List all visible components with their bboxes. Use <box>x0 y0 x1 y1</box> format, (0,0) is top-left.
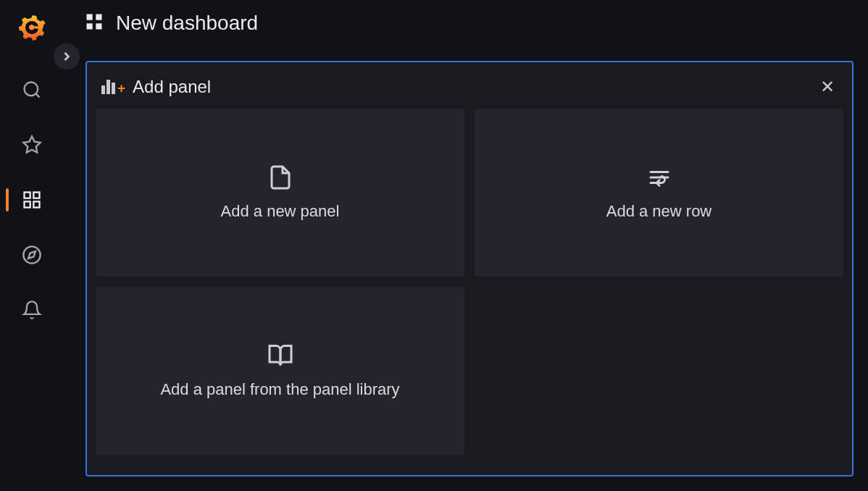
svg-line-1 <box>36 93 39 97</box>
panel-title: Add panel <box>133 77 211 97</box>
option-label: Add a panel from the panel library <box>160 380 399 399</box>
search-icon <box>22 80 42 100</box>
svg-rect-10 <box>96 14 101 20</box>
svg-rect-9 <box>87 14 93 20</box>
sidebar-item-alerting[interactable] <box>0 293 64 327</box>
sidebar-item-dashboards[interactable] <box>0 182 64 217</box>
close-button[interactable]: ✕ <box>817 75 838 98</box>
svg-marker-2 <box>23 136 40 152</box>
svg-point-0 <box>25 83 38 96</box>
compass-icon <box>22 245 42 265</box>
sidebar-item-explore[interactable] <box>0 238 64 272</box>
header: New dashboard <box>64 0 868 46</box>
file-icon <box>267 164 293 190</box>
page-title: New dashboard <box>116 12 258 35</box>
add-panel-icon: + <box>101 80 125 94</box>
sidebar-item-starred[interactable] <box>0 127 64 162</box>
svg-rect-5 <box>25 201 30 207</box>
sidebar-item-search[interactable] <box>0 72 64 107</box>
add-new-row-card[interactable]: Add a new row <box>475 109 843 277</box>
panel-header: + Add panel ✕ <box>96 71 843 109</box>
svg-point-7 <box>23 246 40 263</box>
book-icon <box>267 343 293 369</box>
svg-rect-11 <box>87 23 93 29</box>
dashboards-icon <box>22 190 42 210</box>
dashboard-icon <box>84 12 104 35</box>
grafana-logo[interactable] <box>14 10 49 45</box>
star-icon <box>22 135 42 155</box>
add-from-library-card[interactable]: Add a panel from the panel library <box>96 287 464 455</box>
svg-rect-6 <box>33 201 39 207</box>
sidebar-toggle[interactable] <box>54 43 80 70</box>
options-grid: Add a new panel Add a new row Add a pane <box>96 109 843 455</box>
add-panel-container: + Add panel ✕ Add a new panel <box>85 61 854 477</box>
add-new-panel-card[interactable]: Add a new panel <box>96 109 464 277</box>
svg-rect-4 <box>33 193 39 198</box>
bell-icon <box>22 300 42 320</box>
svg-rect-3 <box>25 193 30 198</box>
chevron-right-icon <box>59 49 74 64</box>
option-label: Add a new panel <box>221 202 340 221</box>
close-icon: ✕ <box>820 77 835 96</box>
row-wrap-icon <box>646 164 672 190</box>
option-label: Add a new row <box>606 202 712 221</box>
svg-marker-8 <box>28 251 36 259</box>
main-area: New dashboard + Add panel ✕ Add a new <box>64 0 868 491</box>
svg-rect-12 <box>96 23 101 29</box>
sidebar <box>0 0 64 491</box>
